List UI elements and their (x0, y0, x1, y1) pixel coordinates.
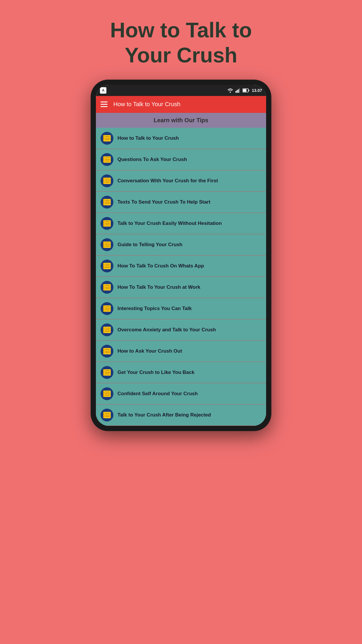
svg-point-0 (230, 92, 231, 93)
book-icon-10 (101, 323, 113, 336)
svg-rect-6 (249, 90, 249, 91)
list-item[interactable]: Talk to Your Crush Easily Without Hesita… (96, 213, 266, 234)
status-bar-left: A (100, 87, 106, 94)
book-icon-14 (101, 409, 113, 421)
book-icon-1 (101, 132, 113, 145)
hamburger-line-3 (101, 106, 108, 107)
list-item-text: Guide to Telling Your Crush (117, 242, 182, 248)
list-item[interactable]: How To Talk To Crush On Whats App (96, 256, 266, 277)
list-item[interactable]: Confident Self Around Your Crush (96, 383, 266, 405)
list-item-text: How to Ask Your Crush Out (117, 348, 182, 354)
list-item-text: How To Talk To Crush On Whats App (117, 263, 204, 269)
list-item-text: Confident Self Around Your Crush (117, 391, 198, 397)
app-notification-icon: A (100, 87, 106, 94)
list-item-text: Overcome Anxiety and Talk to Your Crush (117, 327, 216, 333)
time-display: 13.07 (252, 88, 262, 93)
menu-list: How to Talk to Your Crush Questions To A… (96, 128, 266, 426)
hamburger-line-1 (101, 102, 108, 102)
book-icon-3 (101, 174, 113, 187)
signal-icon (236, 88, 240, 93)
subtitle-bar: Learn with Our Tips (96, 113, 266, 128)
phone-frame: A (91, 80, 271, 431)
list-item-text: Texts To Send Your Crush To Help Start (117, 199, 210, 205)
book-icon-13 (101, 387, 113, 400)
book-icon-6 (101, 238, 113, 251)
list-item[interactable]: Texts To Send Your Crush To Help Start (96, 192, 266, 213)
svg-rect-1 (236, 91, 236, 93)
svg-rect-2 (237, 90, 238, 93)
book-icon-12 (101, 366, 113, 379)
list-item[interactable]: Talk to Your Crush After Being Rejected (96, 405, 266, 426)
app-toolbar: How to Talk to Your Crush (96, 96, 266, 113)
subtitle-text: Learn with Our Tips (154, 117, 208, 123)
list-item[interactable]: How to Ask Your Crush Out (96, 341, 266, 362)
svg-rect-3 (238, 89, 239, 93)
list-item[interactable]: Get Your Crush to Like You Back (96, 362, 266, 383)
book-icon-4 (101, 196, 113, 209)
book-icon-8 (101, 281, 113, 294)
status-bar-right: 13.07 (227, 88, 262, 93)
book-icon-9 (101, 302, 113, 315)
svg-rect-4 (239, 88, 240, 93)
page-title: How to Talk to Your Crush (110, 18, 252, 68)
list-item-text: Talk to Your Crush After Being Rejected (117, 412, 211, 418)
phone-inner: A (96, 85, 266, 426)
list-item-text: Interesting Topics You Can Talk (117, 305, 192, 312)
hamburger-menu-button[interactable] (101, 102, 108, 107)
book-icon-11 (101, 345, 113, 358)
list-item-text: Talk to Your Crush Easily Without Hesita… (117, 220, 222, 227)
list-item-text: Get Your Crush to Like You Back (117, 369, 194, 376)
battery-icon (242, 88, 249, 92)
status-bar: A (96, 85, 266, 96)
list-item-text: How To Talk To Your Crush at Work (117, 284, 200, 290)
list-item[interactable]: How to Talk to Your Crush (96, 128, 266, 149)
list-item[interactable]: Conversation With Your Crush for the Fir… (96, 170, 266, 192)
hamburger-line-2 (101, 104, 108, 105)
list-item[interactable]: Interesting Topics You Can Talk (96, 298, 266, 319)
book-icon-2 (101, 153, 113, 166)
list-item[interactable]: How To Talk To Your Crush at Work (96, 277, 266, 298)
svg-rect-7 (243, 89, 246, 92)
list-item-text: Questions To Ask Your Crush (117, 156, 187, 163)
book-icon-7 (101, 260, 113, 272)
list-item[interactable]: Guide to Telling Your Crush (96, 234, 266, 256)
book-icon-5 (101, 217, 113, 230)
list-item-text: Conversation With Your Crush for the Fir… (117, 178, 218, 184)
list-item[interactable]: Overcome Anxiety and Talk to Your Crush (96, 319, 266, 341)
wifi-icon (227, 88, 233, 93)
list-item-text: How to Talk to Your Crush (117, 135, 179, 141)
toolbar-title: How to Talk to Your Crush (113, 101, 180, 108)
list-item[interactable]: Questions To Ask Your Crush (96, 149, 266, 170)
